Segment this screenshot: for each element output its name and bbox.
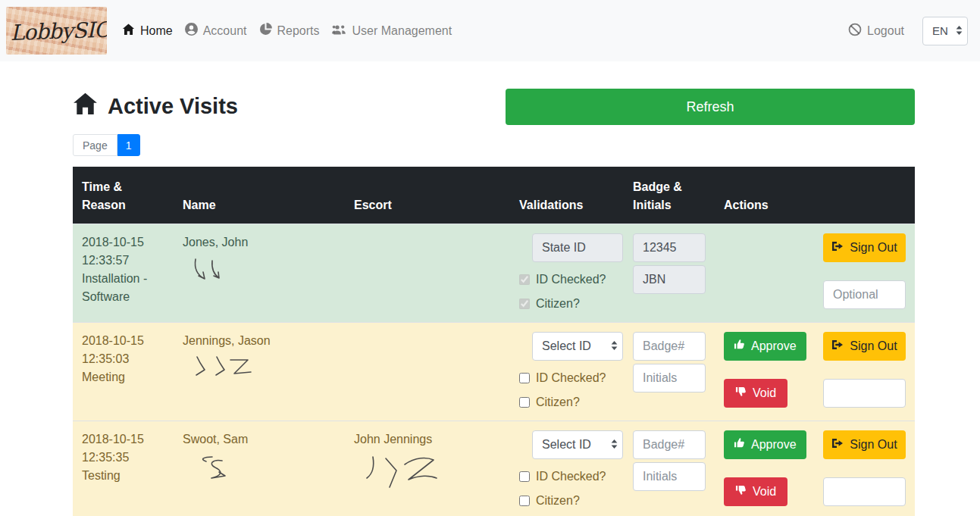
id-checked-checkbox[interactable] — [519, 471, 530, 482]
name-cell: Jones, John — [174, 224, 345, 322]
validations-cell: ID Checked? Citizen? — [510, 224, 624, 322]
visit-time: 2018-10-15 12:35:03 — [82, 332, 164, 368]
visit-row: 2018-10-15 12:35:35 Testing Swoot, Sam J… — [73, 421, 915, 516]
actions-cell: Sign Out — [715, 224, 915, 322]
id-checked-row: ID Checked? — [519, 369, 615, 387]
id-checked-checkbox[interactable] — [519, 373, 530, 383]
logo-handwriting: LobbySIO — [6, 7, 107, 55]
home-icon — [122, 23, 135, 39]
page-number-button[interactable]: 1 — [117, 134, 140, 156]
validations-cell: Select ID ID Checked? Citizen? — [510, 421, 624, 516]
badge-input[interactable] — [633, 332, 706, 361]
escort-cell: John Jennings — [345, 421, 510, 516]
approve-button[interactable]: Approve — [724, 332, 806, 361]
col-header-time-reason: Time & Reason — [73, 167, 174, 224]
visitor-name: Swoot, Sam — [183, 430, 336, 449]
nav-item-label: Account — [203, 24, 247, 38]
col-header-escort: Escort — [345, 167, 510, 224]
id-type-select[interactable]: Select ID — [532, 430, 623, 459]
nav-item-label: Home — [140, 24, 173, 38]
sign-out-icon — [831, 339, 844, 353]
approve-void-stack: Approve Void — [724, 332, 805, 408]
sign-out-label: Sign Out — [850, 339, 897, 353]
sign-out-button[interactable]: Sign Out — [823, 430, 906, 459]
initials-input-disabled — [633, 265, 706, 294]
approve-button[interactable]: Approve — [724, 430, 806, 459]
id-checked-label: ID Checked? — [536, 369, 606, 387]
actions-cell: Approve Void Sign Out — [715, 421, 915, 516]
logout-label: Logout — [867, 24, 904, 38]
table-header-row: Time & Reason Name Escort Validations Ba… — [73, 167, 915, 224]
id-type-select[interactable]: Select ID — [532, 332, 623, 361]
signout-stack: Sign Out — [823, 233, 906, 309]
active-visits-table: Time & Reason Name Escort Validations Ba… — [73, 167, 915, 516]
visit-reason: Installation - Software — [82, 270, 164, 306]
visit-time: 2018-10-15 12:35:35 — [82, 430, 164, 467]
nav-item-home[interactable]: Home — [116, 17, 179, 45]
actions-cell: Approve Void Sign Out — [715, 322, 915, 421]
id-checked-row: ID Checked? — [519, 468, 615, 486]
citizen-row: Citizen? — [519, 492, 615, 510]
page-label-button[interactable]: Page — [73, 134, 117, 156]
visit-reason: Testing — [82, 467, 164, 485]
approve-void-stack: Approve Void — [724, 430, 805, 506]
citizen-label: Citizen? — [536, 492, 580, 510]
citizen-row: Citizen? — [519, 295, 615, 313]
nav-item-reports[interactable]: Reports — [253, 17, 326, 45]
sign-out-button[interactable]: Sign Out — [823, 233, 906, 262]
nav-item-label: User Management — [352, 24, 452, 38]
optional-input[interactable] — [823, 280, 906, 309]
badge-input[interactable] — [633, 430, 706, 459]
escort-cell — [345, 224, 510, 322]
visitor-signature — [194, 355, 255, 382]
refresh-button[interactable]: Refresh — [506, 89, 915, 125]
escort-signature — [363, 453, 439, 493]
page-title-text: Active Visits — [108, 94, 238, 119]
col-header-actions: Actions — [715, 167, 915, 224]
signout-stack: Sign Out — [823, 430, 906, 506]
optional-input[interactable] — [823, 477, 906, 506]
person-icon — [185, 23, 198, 39]
approve-void-stack — [724, 233, 805, 309]
title-row: Active Visits Refresh — [73, 89, 915, 125]
thumbs-up-icon — [734, 437, 745, 452]
time-reason-cell: 2018-10-15 12:35:03 Meeting — [73, 322, 174, 421]
time-reason-cell: 2018-10-15 12:35:35 Testing — [73, 421, 174, 516]
citizen-checkbox[interactable] — [519, 397, 530, 408]
id-type-select-wrap: Select ID — [532, 332, 623, 361]
app-logo[interactable]: LobbySIO — [6, 7, 107, 55]
logout-icon — [848, 23, 862, 39]
id-type-input-disabled — [532, 233, 623, 262]
pagination: Page 1 — [73, 134, 140, 156]
void-button[interactable]: Void — [724, 379, 787, 408]
id-checked-row: ID Checked? — [519, 271, 615, 289]
pie-chart-icon — [259, 23, 272, 39]
nav-item-user-management[interactable]: User Management — [326, 17, 459, 45]
visitor-signature — [196, 453, 242, 489]
home-icon — [73, 92, 98, 120]
visit-reason: Meeting — [82, 368, 164, 386]
sign-out-label: Sign Out — [850, 241, 897, 255]
sign-out-label: Sign Out — [850, 438, 897, 452]
initials-input[interactable] — [633, 364, 706, 392]
name-cell: Swoot, Sam — [174, 421, 345, 516]
citizen-checkbox[interactable] — [519, 496, 530, 506]
language-select[interactable]: EN — [922, 17, 968, 45]
logout-button[interactable]: Logout — [848, 23, 904, 39]
logo-text: LobbySIO — [10, 17, 107, 45]
initials-input[interactable] — [633, 462, 706, 491]
void-button[interactable]: Void — [724, 477, 787, 506]
approve-label: Approve — [751, 438, 797, 452]
badge-input-disabled — [633, 233, 706, 262]
badge-initials-cell — [624, 224, 715, 322]
visitor-name: Jones, John — [183, 233, 336, 252]
visitor-name: Jennings, Jason — [183, 332, 336, 350]
optional-input[interactable] — [823, 379, 906, 408]
badge-initials-cell — [624, 322, 715, 421]
name-cell: Jennings, Jason — [174, 322, 345, 421]
citizen-checkbox — [519, 299, 530, 309]
nav-item-account[interactable]: Account — [179, 17, 253, 45]
id-checked-label: ID Checked? — [536, 468, 606, 486]
col-header-badge-initials: Badge & Initials — [624, 167, 715, 224]
sign-out-button[interactable]: Sign Out — [823, 332, 906, 361]
